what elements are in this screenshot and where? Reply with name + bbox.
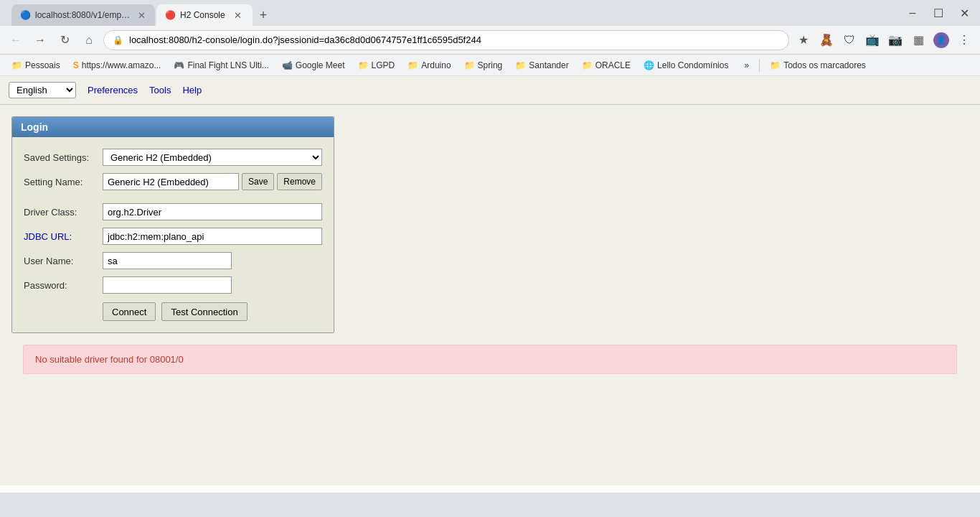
bookmark-arduino-icon: 📁	[407, 60, 418, 70]
password-label: Password:	[24, 280, 103, 291]
password-row: Password:	[24, 276, 322, 294]
home-button[interactable]: ⌂	[79, 30, 99, 50]
bookmark-finalfight[interactable]: 🎮 Final Fight LNS Ulti...	[168, 59, 274, 72]
login-panel-header: Login	[12, 117, 334, 137]
menu-button[interactable]: ⋮	[954, 30, 974, 50]
save-button[interactable]: Save	[242, 173, 274, 190]
back-button[interactable]: ←	[6, 30, 26, 50]
language-select[interactable]: English Português Español Français Deuts…	[9, 82, 76, 98]
sidebar-button[interactable]: ▦	[908, 30, 928, 50]
jdbc-url-input[interactable]	[103, 228, 322, 245]
bookmark-googlemeet-icon: 📹	[282, 60, 293, 70]
bookmark-googlemeet[interactable]: 📹 Google Meet	[276, 59, 351, 72]
page-area: English Português Español Français Deuts…	[0, 76, 980, 493]
bookmark-lgpd[interactable]: 📁 LGPD	[352, 59, 401, 72]
bookmark-oracle[interactable]: 📁 ORACLE	[576, 59, 636, 72]
bookmark-amazon-icon: S	[73, 60, 79, 70]
remove-button[interactable]: Remove	[277, 173, 322, 190]
address-bar-row: ← → ↻ ⌂ 🔒 ★ 🧸 🛡 📺 📷 ▦ 👤 ⋮	[0, 26, 980, 55]
title-bar: 🔵 localhost:8080/v1/employees/5 ✕ 🔴 H2 C…	[0, 0, 980, 26]
bookmark-lello-label: Lello Condomínios	[657, 60, 728, 70]
profile-button[interactable]: 👤	[931, 30, 951, 50]
bookmark-lello-icon: 🌐	[644, 60, 654, 70]
h2-toolbar: English Português Español Français Deuts…	[0, 76, 980, 105]
tab2-favicon: 🔴	[165, 10, 176, 20]
user-name-row: User Name:	[24, 252, 322, 269]
jdbc-url-row: JDBC URL:	[24, 228, 322, 245]
bookmarks-divider	[759, 59, 760, 72]
bookmark-oracle-label: ORACLE	[595, 60, 631, 70]
form-spacer	[24, 197, 322, 203]
minimize-button[interactable]: –	[903, 3, 923, 23]
bookmarks-more-icon: »	[744, 60, 749, 70]
bookmarks-more-button[interactable]: »	[738, 59, 755, 72]
address-input[interactable]	[129, 34, 780, 45]
shields-button[interactable]: 🛡	[839, 30, 859, 50]
test-connection-button[interactable]: Test Connection	[161, 302, 247, 321]
saved-settings-label: Saved Settings:	[24, 152, 103, 163]
tab2-close-button[interactable]: ✕	[232, 9, 244, 21]
h2-content: Login Saved Settings: Generic H2 (Embedd…	[0, 105, 980, 485]
login-panel-body: Saved Settings: Generic H2 (Embedded) Ge…	[12, 137, 334, 332]
help-link[interactable]: Help	[182, 85, 202, 96]
bookmark-pessoais[interactable]: 📁 Pessoais	[6, 59, 66, 72]
bookmark-santander[interactable]: 📁 Santander	[509, 59, 574, 72]
connect-button[interactable]: Connect	[103, 302, 156, 321]
setting-name-input[interactable]	[103, 173, 239, 190]
bookmark-star-button[interactable]: ★	[793, 30, 814, 50]
error-banner: No suitable driver found for 08001/0	[23, 345, 957, 374]
bookmark-pessoais-icon: 📁	[11, 60, 22, 70]
bookmark-spring-icon: 📁	[464, 60, 475, 70]
bookmark-spring[interactable]: 📁 Spring	[458, 59, 509, 72]
saved-settings-select[interactable]: Generic H2 (Embedded) Generic H2 (Server…	[103, 149, 322, 166]
bookmark-googlemeet-label: Google Meet	[296, 60, 345, 70]
bookmark-finalfight-icon: 🎮	[174, 60, 184, 70]
bookmark-santander-label: Santander	[529, 60, 568, 70]
tab2-label: H2 Console	[180, 10, 225, 20]
bookmark-arduino[interactable]: 📁 Arduino	[402, 59, 456, 72]
user-name-input[interactable]	[103, 252, 232, 269]
extensions-button[interactable]: 🧸	[816, 30, 837, 50]
bookmarks-all-label: Todos os marcadores	[783, 60, 866, 70]
bookmark-arduino-label: Arduino	[421, 60, 451, 70]
login-panel: Login Saved Settings: Generic H2 (Embedd…	[11, 116, 334, 333]
bookmark-lgpd-icon: 📁	[358, 60, 369, 70]
login-panel-title: Login	[21, 121, 48, 133]
screenshot-button[interactable]: 📷	[885, 30, 905, 50]
saved-settings-row: Saved Settings: Generic H2 (Embedded) Ge…	[24, 149, 322, 166]
bookmark-lello[interactable]: 🌐 Lello Condomínios	[638, 59, 734, 72]
tools-link[interactable]: Tools	[149, 85, 171, 96]
new-tab-button[interactable]: +	[254, 4, 273, 26]
password-input[interactable]	[103, 276, 232, 294]
bookmark-pessoais-label: Pessoais	[25, 60, 60, 70]
browser-tab-1[interactable]: 🔵 localhost:8080/v1/employees/5 ✕	[11, 4, 155, 26]
jdbc-url-label: JDBC URL:	[24, 231, 103, 242]
connect-row: Connect Test Connection	[103, 302, 322, 321]
bookmark-amazon[interactable]: S https://www.amazo...	[67, 59, 167, 72]
bookmark-oracle-icon: 📁	[582, 60, 593, 70]
bookmarks-bar: 📁 Pessoais S https://www.amazo... 🎮 Fina…	[0, 55, 980, 76]
lock-icon: 🔒	[113, 35, 123, 45]
tab1-label: localhost:8080/v1/employees/5	[35, 10, 130, 20]
address-field[interactable]: 🔒	[103, 30, 789, 50]
tab1-close-button[interactable]: ✕	[137, 9, 146, 21]
bookmark-spring-label: Spring	[478, 60, 503, 70]
preferences-link[interactable]: Preferences	[88, 85, 138, 96]
bookmarks-all-button[interactable]: 📁 Todos os marcadores	[764, 59, 872, 72]
browser-tab-2[interactable]: 🔴 H2 Console ✕	[156, 4, 253, 26]
driver-class-input[interactable]	[103, 203, 322, 220]
forward-button[interactable]: →	[30, 30, 50, 50]
bookmark-amazon-label: https://www.amazo...	[82, 60, 161, 70]
reload-button[interactable]: ↻	[55, 30, 75, 50]
bookmarks-folder-icon: 📁	[770, 60, 781, 70]
cast-button[interactable]: 📺	[862, 30, 882, 50]
error-message: No suitable driver found for 08001/0	[35, 354, 184, 365]
user-name-label: User Name:	[24, 256, 103, 266]
maximize-button[interactable]: ☐	[928, 3, 948, 23]
bookmark-lgpd-label: LGPD	[372, 60, 395, 70]
close-button[interactable]: ✕	[954, 3, 974, 23]
driver-class-row: Driver Class:	[24, 203, 322, 220]
setting-name-label: Setting Name:	[24, 177, 103, 187]
setting-name-row: Setting Name: Save Remove	[24, 173, 322, 190]
driver-class-label: Driver Class:	[24, 207, 103, 218]
